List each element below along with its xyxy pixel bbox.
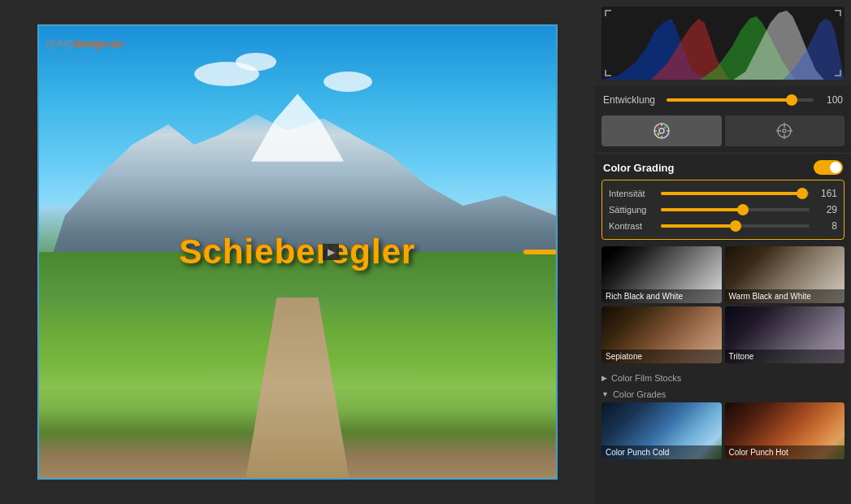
corner-tl: [605, 10, 611, 16]
color-grading-toggle[interactable]: [814, 160, 843, 175]
svg-point-7: [663, 127, 666, 129]
color-film-stocks-label: Color Film Stocks: [611, 373, 681, 383]
watermark-suffix: design.eu: [74, 37, 124, 50]
intensitat-slider[interactable]: [661, 192, 810, 195]
intensitat-thumb[interactable]: [797, 188, 808, 199]
color-wheel-icon: [653, 122, 671, 140]
cloud-3: [323, 72, 372, 92]
color-grading-sliders-box: Intensität 161 Sättigung 29 Kontrast 8: [601, 180, 844, 240]
preset-warm-bw-label: Warm Black and White: [725, 289, 845, 303]
preset-sepiatone-label: Sepiatone: [601, 350, 722, 363]
preset-cold-label: Color Punch Cold: [601, 445, 722, 459]
sattigung-label: Sättigung: [609, 205, 656, 215]
image-label: Schieberegler: [180, 232, 416, 272]
main-canvas: @A@design.eu Schieberegler ▶: [0, 0, 595, 504]
intensitat-row: Intensität 161: [609, 185, 837, 202]
histogram-canvas: [601, 7, 844, 80]
entwicklung-row: Entwicklung 100: [595, 86, 851, 112]
preset-rich-bw[interactable]: Rich Black and White: [601, 246, 722, 303]
preset-hot-label: Color Punch Hot: [725, 445, 845, 459]
preset-rich-bw-label: Rich Black and White: [601, 289, 722, 303]
kontrast-label: Kontrast: [609, 221, 656, 231]
color-grades-label: Color Grades: [613, 389, 666, 399]
color-wheel-button[interactable]: [601, 115, 722, 146]
svg-point-1: [659, 128, 664, 133]
watermark: @A@design.eu: [46, 37, 123, 50]
expand-icon-film: ▶: [601, 374, 607, 382]
color-grades-presets: Color Punch Cold Color Punch Hot: [595, 402, 851, 466]
watermark-prefix: @A@: [46, 37, 74, 50]
preset-color-cold[interactable]: Color Punch Cold: [601, 402, 722, 459]
entwicklung-label: Entwicklung: [603, 94, 660, 106]
corner-br: [835, 70, 841, 76]
entwicklung-slider[interactable]: [666, 98, 814, 102]
svg-line-16: [784, 124, 785, 125]
corner-tr: [835, 10, 841, 16]
preset-warm-bw[interactable]: Warm Black and White: [725, 246, 845, 303]
kontrast-value: 8: [814, 220, 837, 232]
icon-buttons-row: [595, 112, 851, 153]
intensitat-value: 161: [814, 188, 837, 199]
toggle-knob: [830, 162, 841, 173]
svg-point-9: [657, 133, 659, 136]
kontrast-slider[interactable]: [661, 224, 810, 228]
preset-sepiatone[interactable]: Sepiatone: [601, 306, 722, 363]
kontrast-thumb[interactable]: [730, 220, 741, 232]
photo-preview: @A@design.eu Schieberegler: [37, 24, 558, 480]
corner-bl: [605, 70, 611, 76]
histogram-section: [595, 0, 851, 86]
crosshair-icon: [775, 122, 793, 140]
color-grades-row[interactable]: ▼ Color Grades: [595, 386, 851, 402]
kontrast-row: Kontrast 8: [609, 218, 837, 234]
svg-point-8: [663, 133, 666, 136]
color-grading-header: Color Grading: [595, 153, 851, 180]
presets-grid: Rich Black and White Warm Black and Whit…: [595, 240, 851, 370]
arrow-line: [523, 250, 558, 254]
arrow-indicator: [523, 242, 558, 262]
histogram-svg: [601, 7, 844, 80]
entwicklung-thumb[interactable]: [786, 94, 797, 106]
preset-tritone[interactable]: Tritone: [725, 306, 845, 363]
expand-icon-grades: ▼: [601, 390, 609, 398]
svg-point-6: [657, 127, 659, 129]
scroll-right-arrow[interactable]: ▶: [323, 244, 339, 260]
entwicklung-fill: [666, 98, 792, 102]
preset-tritone-label: Tritone: [725, 350, 845, 363]
sattigung-row: Sättigung 29: [609, 202, 837, 218]
sattigung-thumb[interactable]: [737, 204, 749, 215]
entwicklung-value: 100: [820, 94, 843, 106]
svg-point-11: [783, 129, 786, 133]
crosshair-button[interactable]: [725, 115, 845, 146]
right-panel: Entwicklung 100: [595, 0, 851, 504]
sattigung-slider[interactable]: [661, 208, 810, 211]
color-film-stocks-row[interactable]: ▶ Color Film Stocks: [595, 370, 851, 386]
sattigung-value: 29: [814, 204, 837, 215]
color-grading-title: Color Grading: [603, 162, 674, 174]
preset-color-hot[interactable]: Color Punch Hot: [725, 402, 845, 459]
intensitat-label: Intensität: [609, 189, 656, 198]
